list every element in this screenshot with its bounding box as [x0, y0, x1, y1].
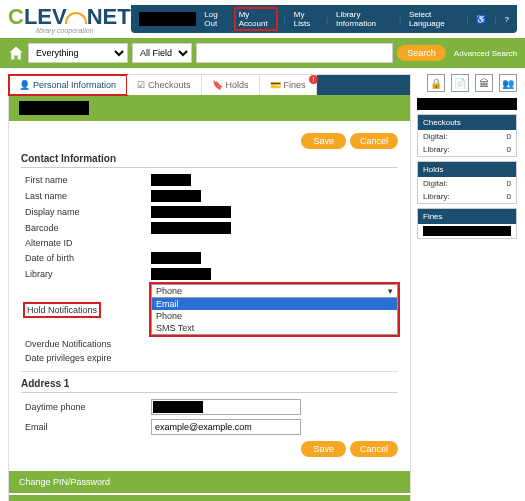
- tab-label: Checkouts: [148, 80, 191, 90]
- tab-label: Fines: [284, 80, 306, 90]
- cancel-button-bottom[interactable]: Cancel: [350, 441, 398, 457]
- address-section-title: Address 1: [21, 378, 398, 393]
- phone-redacted: [153, 401, 203, 413]
- change-pin-bar[interactable]: Change PIN/Password: [9, 471, 410, 493]
- dropdown-option-phone[interactable]: Phone: [152, 310, 397, 322]
- check-icon: ☑: [137, 80, 145, 90]
- top-nav: Log Out My Account | My Lists | Library …: [131, 5, 517, 33]
- lock-icon[interactable]: 🔒: [427, 74, 445, 92]
- main-panel: 👤 Personal Information ☑ Checkouts 🔖 Hol…: [8, 74, 411, 501]
- dropdown-selected-value: Phone: [156, 286, 182, 296]
- side-name-redacted: [417, 98, 517, 110]
- display-name-label: Display name: [21, 207, 151, 217]
- logout-link[interactable]: Log Out: [204, 10, 227, 28]
- email-input[interactable]: [151, 419, 301, 435]
- dropdown-option-email[interactable]: Email: [152, 298, 397, 310]
- daytime-phone-label: Daytime phone: [21, 402, 151, 412]
- username-redacted: [139, 12, 197, 26]
- card-icon: 💳: [270, 80, 281, 90]
- advanced-search-link[interactable]: Advanced Search: [454, 49, 517, 58]
- library-label: Library: [21, 269, 151, 279]
- side-head-fines: Fines: [418, 209, 516, 224]
- search-button[interactable]: Search: [397, 45, 446, 61]
- fines-value-redacted: [423, 226, 511, 236]
- cancel-button[interactable]: Cancel: [350, 133, 398, 149]
- tab-filler: [317, 75, 410, 95]
- tab-row: 👤 Personal Information ☑ Checkouts 🔖 Hol…: [9, 75, 410, 95]
- side-digital-count: 0: [507, 179, 511, 188]
- email-label: Email: [21, 422, 151, 432]
- save-button[interactable]: Save: [301, 133, 346, 149]
- side-head-checkouts: Checkouts: [418, 115, 516, 130]
- first-name-value: [151, 174, 191, 186]
- side-head-holds: Holds: [418, 162, 516, 177]
- tab-holds[interactable]: 🔖 Holds: [202, 75, 260, 95]
- sidebar: 🔒 📄 🏛 👥 Checkouts Digital:0 Library:0 Ho…: [417, 74, 517, 501]
- side-digital-label: Digital:: [423, 179, 447, 188]
- side-library-label: Library:: [423, 145, 450, 154]
- library-value: [151, 268, 211, 280]
- side-panel-checkouts: Checkouts Digital:0 Library:0: [417, 114, 517, 157]
- bookmark-icon: 🔖: [212, 80, 223, 90]
- alert-badge-icon: !: [309, 75, 318, 84]
- tab-checkouts[interactable]: ☑ Checkouts: [127, 75, 202, 95]
- name-redacted: [19, 101, 89, 115]
- account-name-header: [9, 95, 410, 121]
- accessibility-icon[interactable]: ♿: [476, 15, 486, 24]
- last-name-label: Last name: [21, 191, 151, 201]
- contact-section-title: Contact Information: [21, 153, 398, 168]
- tab-label: Holds: [226, 80, 249, 90]
- hold-notifications-label: Hold Notifications: [21, 305, 151, 315]
- dob-label: Date of birth: [21, 253, 151, 263]
- doc-arrow-icon[interactable]: 📄: [451, 74, 469, 92]
- dob-value: [151, 252, 201, 264]
- search-scope-select[interactable]: Everything: [28, 43, 128, 63]
- date-privileges-label: Date privileges expire: [21, 353, 151, 363]
- side-digital-label: Digital:: [423, 132, 447, 141]
- person-icon: 👤: [19, 80, 30, 90]
- my-lists-link[interactable]: My Lists: [294, 10, 318, 28]
- hold-notifications-dropdown[interactable]: Phone ▾ Email Phone SMS Text: [151, 284, 398, 335]
- tab-personal-information[interactable]: 👤 Personal Information: [9, 75, 127, 95]
- alternate-id-label: Alternate ID: [21, 238, 151, 248]
- chevron-down-icon: ▾: [388, 286, 393, 296]
- logo-tagline: library cooperation: [36, 27, 131, 34]
- dropdown-option-sms[interactable]: SMS Text: [152, 322, 397, 334]
- search-fields-select[interactable]: All Fields: [132, 43, 192, 63]
- side-panel-fines: Fines: [417, 208, 517, 239]
- home-icon[interactable]: [8, 45, 24, 61]
- last-name-value: [151, 190, 201, 202]
- barcode-value: [151, 222, 231, 234]
- side-library-count: 0: [507, 145, 511, 154]
- side-library-count: 0: [507, 192, 511, 201]
- barcode-label: Barcode: [21, 223, 151, 233]
- preferences-bar[interactable]: Preferences: [9, 495, 410, 501]
- side-panel-holds: Holds Digital:0 Library:0: [417, 161, 517, 204]
- help-icon[interactable]: ?: [505, 15, 509, 24]
- dropdown-options-list: Email Phone SMS Text: [151, 298, 398, 335]
- building-icon[interactable]: 🏛: [475, 74, 493, 92]
- search-bar: Everything All Fields Search Advanced Se…: [0, 38, 525, 68]
- side-library-label: Library:: [423, 192, 450, 201]
- search-input[interactable]: [196, 43, 393, 63]
- tab-fines[interactable]: 💳 Fines !: [260, 75, 317, 95]
- overdue-notifications-label: Overdue Notifications: [21, 339, 151, 349]
- save-button-bottom[interactable]: Save: [301, 441, 346, 457]
- my-account-link[interactable]: My Account: [236, 9, 276, 29]
- display-name-value: [151, 206, 231, 218]
- first-name-label: First name: [21, 175, 151, 185]
- library-info-link[interactable]: Library Information: [336, 10, 391, 28]
- side-digital-count: 0: [507, 132, 511, 141]
- select-language-link[interactable]: Select Language: [409, 10, 458, 28]
- people-icon[interactable]: 👥: [499, 74, 517, 92]
- tab-label: Personal Information: [33, 80, 116, 90]
- logo[interactable]: CLEVNET library cooperation: [8, 4, 131, 34]
